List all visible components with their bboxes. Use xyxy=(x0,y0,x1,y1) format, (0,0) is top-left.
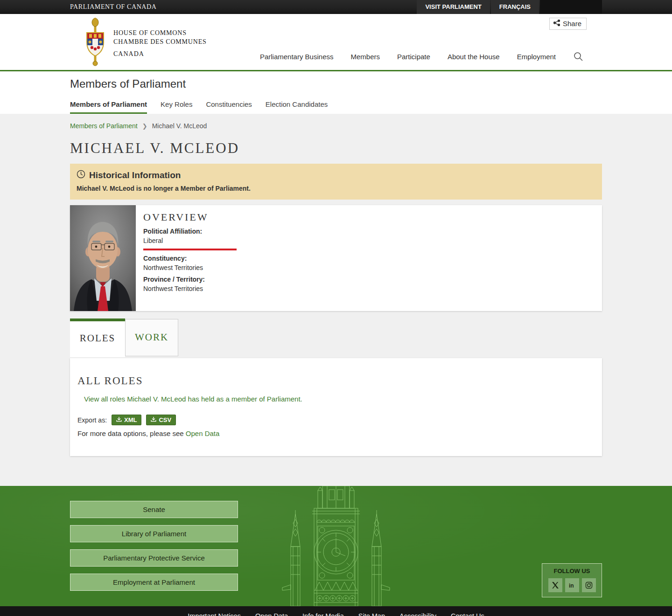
breadcrumb: Members of Parliament ❯ Michael V. McLeo… xyxy=(70,122,602,130)
download-icon xyxy=(116,416,122,423)
breadcrumb-members-link[interactable]: Members of Parliament xyxy=(70,122,138,130)
employment-at-parliament-button[interactable]: Employment at Parliament xyxy=(70,574,238,591)
clock-icon xyxy=(77,170,85,180)
topbar-right-cap xyxy=(540,0,602,14)
senate-button[interactable]: Senate xyxy=(70,501,238,518)
notice-title: Historical Information xyxy=(89,170,181,180)
house-of-commons-logo[interactable]: HOUSE OF COMMONS CHAMBRE DES COMMUNES CA… xyxy=(82,18,207,68)
share-button[interactable]: Share xyxy=(549,18,587,30)
content-tabs: ROLES WORK xyxy=(70,318,602,357)
nav-employment[interactable]: Employment xyxy=(517,53,556,61)
nav-parliamentary-business[interactable]: Parliamentary Business xyxy=(260,53,334,61)
nav-participate[interactable]: Participate xyxy=(397,53,430,61)
site-footer: Senate Library of Parliament Parliamenta… xyxy=(0,486,672,606)
bottom-links-bar: Important Notices Open Data Info for Med… xyxy=(0,606,672,616)
province-label: Province / Territory: xyxy=(143,276,237,283)
nav-about-the-house[interactable]: About the House xyxy=(448,53,500,61)
view-all-roles-link[interactable]: View all roles Michael V. McLeod has hel… xyxy=(84,395,302,403)
province-value: Northwest Territories xyxy=(143,285,237,292)
share-label: Share xyxy=(563,20,581,28)
mace-crest-icon xyxy=(82,18,109,68)
member-name-title: MICHAEL V. MCLEOD xyxy=(70,140,602,157)
svg-text:in: in xyxy=(569,582,574,589)
export-xml-label: XML xyxy=(124,416,137,423)
search-icon[interactable] xyxy=(573,51,583,62)
constituency-label: Constituency: xyxy=(143,255,237,262)
visit-parliament-link[interactable]: VISIT PARLIAMENT xyxy=(417,0,490,14)
footer-button-group: Senate Library of Parliament Parliamenta… xyxy=(70,501,238,598)
logo-line-1: HOUSE OF COMMONS xyxy=(113,28,207,37)
nav-members[interactable]: Members xyxy=(350,53,380,61)
member-portrait-photo xyxy=(70,205,136,311)
contact-us-link[interactable]: Contact Us xyxy=(451,612,484,616)
page-content: Members of Parliament ❯ Michael V. McLeo… xyxy=(0,114,672,486)
section-band: Members of Parliament Members of Parliam… xyxy=(0,71,672,114)
site-header: HOUSE OF COMMONS CHAMBRE DES COMMUNES CA… xyxy=(0,14,672,71)
notice-message: Michael V. McLeod is no longer a Member … xyxy=(77,185,595,192)
tab-constituencies[interactable]: Constituencies xyxy=(206,100,252,114)
parliamentary-protective-service-button[interactable]: Parliamentary Protective Service xyxy=(70,549,238,567)
info-for-media-link[interactable]: Info for Media xyxy=(302,612,344,616)
share-icon xyxy=(553,20,560,28)
follow-us-box: FOLLOW US in xyxy=(542,563,602,597)
main-navigation: Parliamentary Business Members Participa… xyxy=(260,51,583,62)
accessibility-link[interactable]: Accessibility xyxy=(399,612,436,616)
constituency-value: Northwest Territories xyxy=(143,264,237,271)
site-map-link[interactable]: Site Map xyxy=(358,612,385,616)
instagram-icon[interactable] xyxy=(582,578,596,592)
tab-members-of-parliament[interactable]: Members of Parliament xyxy=(70,100,147,114)
important-notices-link[interactable]: Important Notices xyxy=(188,612,241,616)
logo-line-3: CANADA xyxy=(113,50,207,58)
follow-us-label: FOLLOW US xyxy=(542,568,602,574)
export-as-label: Export as: xyxy=(77,416,107,424)
tab-roles[interactable]: ROLES xyxy=(70,318,125,357)
x-twitter-icon[interactable] xyxy=(548,578,562,592)
section-tabs: Members of Parliament Key Roles Constitu… xyxy=(70,100,602,114)
historical-information-notice: Historical Information Michael V. McLeod… xyxy=(70,164,602,200)
linkedin-icon[interactable]: in xyxy=(565,578,579,592)
export-xml-button[interactable]: XML xyxy=(112,415,141,425)
tab-election-candidates[interactable]: Election Candidates xyxy=(266,100,328,114)
breadcrumb-current: Michael V. McLeod xyxy=(152,122,207,130)
open-data-link[interactable]: Open Data xyxy=(186,429,220,437)
overview-heading: OVERVIEW xyxy=(143,211,237,223)
tab-key-roles[interactable]: Key Roles xyxy=(161,100,192,114)
political-affiliation-value: Liberal xyxy=(143,237,237,244)
top-utility-bar: PARLIAMENT OF CANADA VISIT PARLIAMENT FR… xyxy=(0,0,672,14)
political-affiliation-label: Political Affiliation: xyxy=(143,228,237,235)
all-roles-heading: ALL ROLES xyxy=(77,375,595,387)
section-title: Members of Parliament xyxy=(70,77,602,90)
tab-work[interactable]: WORK xyxy=(125,319,178,356)
download-icon xyxy=(151,416,156,423)
logo-line-2: CHAMBRE DES COMMUNES xyxy=(113,37,207,46)
open-data-footer-link[interactable]: Open Data xyxy=(255,612,288,616)
export-csv-button[interactable]: CSV xyxy=(146,415,176,425)
export-csv-label: CSV xyxy=(159,416,171,423)
party-color-rule xyxy=(143,249,237,250)
parliament-of-canada-link[interactable]: PARLIAMENT OF CANADA xyxy=(70,0,156,14)
overview-card: OVERVIEW Political Affiliation: Liberal … xyxy=(70,205,602,311)
language-toggle-francais[interactable]: FRANÇAIS xyxy=(491,0,539,14)
library-of-parliament-button[interactable]: Library of Parliament xyxy=(70,525,238,542)
more-data-text: For more data options, please see xyxy=(77,429,186,437)
breadcrumb-chevron-icon: ❯ xyxy=(142,123,147,130)
all-roles-panel: ALL ROLES View all roles Michael V. McLe… xyxy=(70,358,602,456)
